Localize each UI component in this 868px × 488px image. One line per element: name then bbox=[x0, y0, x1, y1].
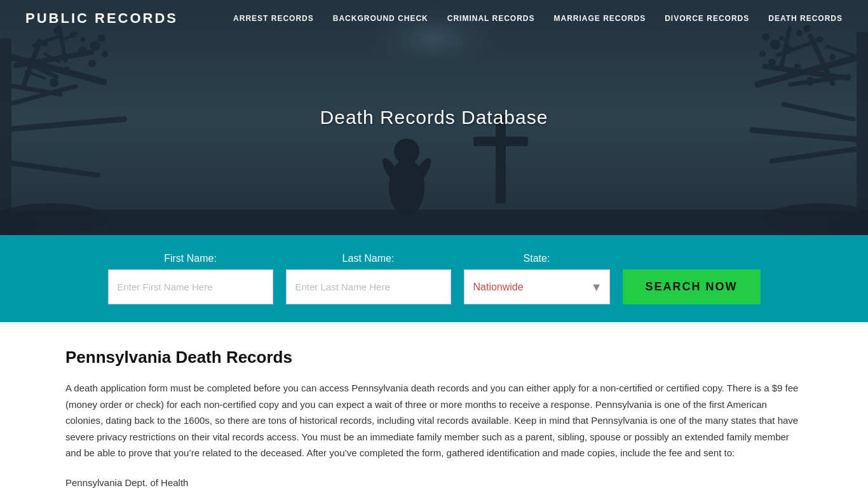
last-name-label: Last Name: bbox=[286, 253, 451, 264]
state-label: State: bbox=[464, 253, 610, 264]
state-field: State: NationwideAlabamaAlaskaArizonaArk… bbox=[464, 253, 610, 304]
search-button[interactable]: SEARCH NOW bbox=[623, 269, 761, 304]
nav-item-background-check[interactable]: BACKGROUND CHECK bbox=[333, 14, 428, 23]
main-nav: ARREST RECORDSBACKGROUND CHECKCRIMINAL R… bbox=[233, 14, 843, 23]
content-heading: Pennsylvania Death Records bbox=[65, 348, 803, 367]
nav-item-criminal-records[interactable]: CRIMINAL RECORDS bbox=[447, 14, 535, 23]
state-select[interactable]: NationwideAlabamaAlaskaArizonaArkansasCa… bbox=[464, 269, 610, 304]
search-section: First Name: Last Name: State: Nationwide… bbox=[0, 235, 868, 322]
nav-item-divorce-records[interactable]: DIVORCE RECORDS bbox=[665, 14, 749, 23]
last-name-field: Last Name: bbox=[286, 253, 451, 304]
site-logo: PUBLIC RECORDS bbox=[25, 10, 178, 27]
nav-item-arrest-records[interactable]: ARREST RECORDS bbox=[233, 14, 314, 23]
hero-title: Death Records Database bbox=[320, 107, 548, 128]
first-name-input[interactable] bbox=[108, 269, 273, 304]
address-block: Pennsylvania Dept. of HealthDivision of … bbox=[65, 474, 803, 489]
site-header: PUBLIC RECORDS ARREST RECORDSBACKGROUND … bbox=[0, 0, 868, 37]
first-name-field: First Name: bbox=[108, 253, 273, 304]
first-name-label: First Name: bbox=[108, 253, 273, 264]
content-section: Pennsylvania Death Records A death appli… bbox=[53, 322, 815, 488]
last-name-input[interactable] bbox=[286, 269, 451, 304]
nav-item-death-records[interactable]: DEATH RECORDS bbox=[768, 14, 843, 23]
state-select-wrapper: NationwideAlabamaAlaskaArizonaArkansasCa… bbox=[464, 269, 610, 304]
content-body: A death application form must be complet… bbox=[65, 380, 803, 461]
address-line: Pennsylvania Dept. of Health bbox=[65, 474, 803, 489]
nav-item-marriage-records[interactable]: MARRIAGE RECORDS bbox=[554, 14, 646, 23]
